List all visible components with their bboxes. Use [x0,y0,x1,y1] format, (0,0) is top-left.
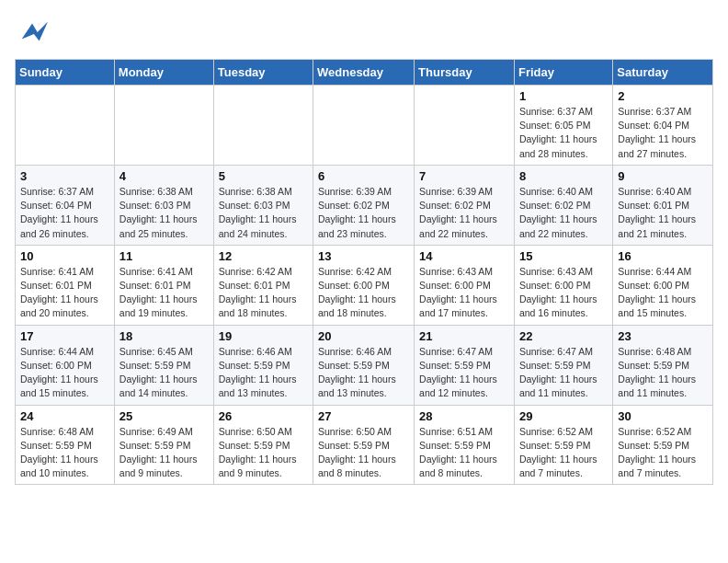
weekday-header-tuesday: Tuesday [213,60,313,86]
day-info: Sunrise: 6:47 AMSunset: 5:59 PMDaylight:… [519,345,608,401]
day-number: 7 [419,169,509,183]
day-number: 1 [519,89,608,103]
calendar-cell: 16Sunrise: 6:44 AMSunset: 6:00 PMDayligh… [613,245,713,325]
calendar-cell: 22Sunrise: 6:47 AMSunset: 5:59 PMDayligh… [514,325,612,405]
calendar-cell [313,86,415,166]
calendar-week-4: 24Sunrise: 6:48 AMSunset: 5:59 PMDayligh… [16,405,713,485]
calendar-cell: 24Sunrise: 6:48 AMSunset: 5:59 PMDayligh… [16,405,115,485]
day-number: 9 [618,169,708,183]
calendar-cell: 2Sunrise: 6:37 AMSunset: 6:04 PMDaylight… [613,86,713,166]
page-header [15,15,713,50]
calendar-week-0: 1Sunrise: 6:37 AMSunset: 6:05 PMDaylight… [16,86,713,166]
calendar-cell: 17Sunrise: 6:44 AMSunset: 6:00 PMDayligh… [16,325,115,405]
weekday-header-wednesday: Wednesday [313,60,415,86]
day-number: 4 [119,169,209,183]
day-info: Sunrise: 6:50 AMSunset: 5:59 PMDaylight:… [318,425,409,481]
day-info: Sunrise: 6:38 AMSunset: 6:03 PMDaylight:… [119,185,209,241]
day-number: 29 [519,409,608,423]
day-info: Sunrise: 6:51 AMSunset: 5:59 PMDaylight:… [419,425,509,481]
day-number: 12 [219,249,308,263]
day-number: 3 [20,169,109,183]
calendar-cell: 10Sunrise: 6:41 AMSunset: 6:01 PMDayligh… [16,245,115,325]
calendar-cell [114,86,213,166]
calendar-cell: 19Sunrise: 6:46 AMSunset: 5:59 PMDayligh… [213,325,313,405]
calendar-week-3: 17Sunrise: 6:44 AMSunset: 6:00 PMDayligh… [16,325,713,405]
calendar-cell: 14Sunrise: 6:43 AMSunset: 6:00 PMDayligh… [415,245,515,325]
day-info: Sunrise: 6:38 AMSunset: 6:03 PMDaylight:… [219,185,308,241]
calendar-cell: 7Sunrise: 6:39 AMSunset: 6:02 PMDaylight… [415,165,515,245]
calendar-week-2: 10Sunrise: 6:41 AMSunset: 6:01 PMDayligh… [16,245,713,325]
day-number: 2 [618,89,708,103]
day-info: Sunrise: 6:43 AMSunset: 6:00 PMDaylight:… [419,265,509,321]
calendar-cell: 13Sunrise: 6:42 AMSunset: 6:00 PMDayligh… [313,245,415,325]
day-number: 17 [20,329,109,343]
day-info: Sunrise: 6:45 AMSunset: 5:59 PMDaylight:… [119,345,209,401]
weekday-header-sunday: Sunday [16,60,115,86]
day-info: Sunrise: 6:40 AMSunset: 6:01 PMDaylight:… [618,185,708,241]
day-info: Sunrise: 6:44 AMSunset: 6:00 PMDaylight:… [20,345,109,401]
calendar-week-1: 3Sunrise: 6:37 AMSunset: 6:04 PMDaylight… [16,165,713,245]
calendar-cell: 11Sunrise: 6:41 AMSunset: 6:01 PMDayligh… [114,245,213,325]
calendar-cell [415,86,515,166]
day-number: 14 [419,249,509,263]
day-number: 28 [419,409,509,423]
day-info: Sunrise: 6:47 AMSunset: 5:59 PMDaylight:… [419,345,509,401]
calendar-table: SundayMondayTuesdayWednesdayThursdayFrid… [15,59,713,485]
day-number: 25 [119,409,209,423]
day-info: Sunrise: 6:48 AMSunset: 5:59 PMDaylight:… [20,425,109,481]
calendar-cell: 12Sunrise: 6:42 AMSunset: 6:01 PMDayligh… [213,245,313,325]
calendar-cell: 9Sunrise: 6:40 AMSunset: 6:01 PMDaylight… [613,165,713,245]
calendar-cell: 26Sunrise: 6:50 AMSunset: 5:59 PMDayligh… [213,405,313,485]
day-number: 10 [20,249,109,263]
day-number: 5 [219,169,308,183]
day-info: Sunrise: 6:44 AMSunset: 6:00 PMDaylight:… [618,265,708,321]
calendar-cell: 5Sunrise: 6:38 AMSunset: 6:03 PMDaylight… [213,165,313,245]
day-info: Sunrise: 6:39 AMSunset: 6:02 PMDaylight:… [419,185,509,241]
day-number: 16 [618,249,708,263]
logo-icon [15,15,50,50]
calendar-cell: 29Sunrise: 6:52 AMSunset: 5:59 PMDayligh… [514,405,612,485]
day-info: Sunrise: 6:50 AMSunset: 5:59 PMDaylight:… [219,425,308,481]
day-info: Sunrise: 6:46 AMSunset: 5:59 PMDaylight:… [318,345,409,401]
day-number: 19 [219,329,308,343]
calendar-cell: 3Sunrise: 6:37 AMSunset: 6:04 PMDaylight… [16,165,115,245]
calendar-cell [213,86,313,166]
calendar-cell: 8Sunrise: 6:40 AMSunset: 6:02 PMDaylight… [514,165,612,245]
day-number: 27 [318,409,409,423]
day-info: Sunrise: 6:40 AMSunset: 6:02 PMDaylight:… [519,185,608,241]
day-info: Sunrise: 6:42 AMSunset: 6:00 PMDaylight:… [318,265,409,321]
calendar-cell: 6Sunrise: 6:39 AMSunset: 6:02 PMDaylight… [313,165,415,245]
calendar-cell: 30Sunrise: 6:52 AMSunset: 5:59 PMDayligh… [613,405,713,485]
day-info: Sunrise: 6:39 AMSunset: 6:02 PMDaylight:… [318,185,409,241]
weekday-header-monday: Monday [114,60,213,86]
weekday-header-saturday: Saturday [613,60,713,86]
day-info: Sunrise: 6:41 AMSunset: 6:01 PMDaylight:… [20,265,109,321]
day-info: Sunrise: 6:49 AMSunset: 5:59 PMDaylight:… [119,425,209,481]
day-number: 26 [219,409,308,423]
day-info: Sunrise: 6:43 AMSunset: 6:00 PMDaylight:… [519,265,608,321]
day-number: 30 [618,409,708,423]
weekday-header-friday: Friday [514,60,612,86]
day-number: 23 [618,329,708,343]
calendar-cell: 15Sunrise: 6:43 AMSunset: 6:00 PMDayligh… [514,245,612,325]
day-number: 24 [20,409,109,423]
day-info: Sunrise: 6:37 AMSunset: 6:04 PMDaylight:… [20,185,109,241]
day-number: 6 [318,169,409,183]
day-info: Sunrise: 6:42 AMSunset: 6:01 PMDaylight:… [219,265,308,321]
weekday-header-thursday: Thursday [415,60,515,86]
logo [15,15,55,50]
calendar-cell: 1Sunrise: 6:37 AMSunset: 6:05 PMDaylight… [514,86,612,166]
day-info: Sunrise: 6:37 AMSunset: 6:04 PMDaylight:… [618,105,708,161]
day-number: 20 [318,329,409,343]
calendar-cell: 20Sunrise: 6:46 AMSunset: 5:59 PMDayligh… [313,325,415,405]
day-number: 8 [519,169,608,183]
calendar-cell: 27Sunrise: 6:50 AMSunset: 5:59 PMDayligh… [313,405,415,485]
day-number: 15 [519,249,608,263]
day-info: Sunrise: 6:41 AMSunset: 6:01 PMDaylight:… [119,265,209,321]
day-number: 11 [119,249,209,263]
calendar-cell: 21Sunrise: 6:47 AMSunset: 5:59 PMDayligh… [415,325,515,405]
calendar-cell: 23Sunrise: 6:48 AMSunset: 5:59 PMDayligh… [613,325,713,405]
day-info: Sunrise: 6:52 AMSunset: 5:59 PMDaylight:… [618,425,708,481]
calendar-body: 1Sunrise: 6:37 AMSunset: 6:05 PMDaylight… [16,86,713,485]
calendar-cell [16,86,115,166]
